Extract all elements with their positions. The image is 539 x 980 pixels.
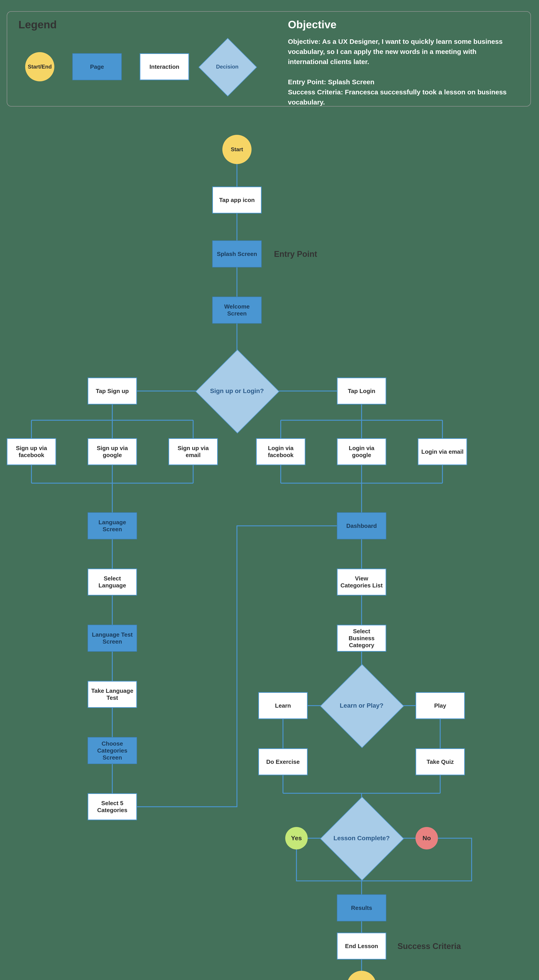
objective-line3: Success Criteria: Francesca successfully… [288,87,512,107]
lesson-complete-decision: Lesson Complete? [332,809,391,867]
language-test-screen-label: Language Test Screen [90,631,135,645]
flowchart-connectors [0,0,539,980]
signup-email: Sign up via email [168,438,218,465]
play: Play [415,692,465,719]
end-node: End [347,971,376,980]
legend-interaction-label: Interaction [149,64,179,70]
no-node: No [415,827,438,850]
take-language-test-label: Take Language Test [90,687,135,702]
language-screen: Language Screen [87,512,137,539]
login-email-label: Login via email [421,448,463,455]
objective-line2: Entry Point: Splash Screen [288,77,512,87]
legend-decision: Decision [207,46,247,87]
start-node: Start [222,135,252,164]
take-quiz: Take Quiz [415,748,465,775]
objective-line1: Objective: As a UX Designer, I want to q… [288,37,512,67]
take-quiz-label: Take Quiz [427,759,454,765]
start-label: Start [231,146,243,153]
welcome-screen: Welcome Screen [212,297,262,324]
tap-login-label: Tap Login [348,388,375,395]
login-facebook-label: Login via facebook [258,445,303,459]
take-language-test: Take Language Test [87,681,137,708]
legend-title: Legend [18,18,57,31]
success-criteria-annotation: Success Criteria [398,942,461,951]
select-language: Select Language [87,568,137,595]
tap-signup-label: Tap Sign up [96,388,129,395]
signup-email-label: Sign up via email [171,445,216,459]
splash-screen-label: Splash Screen [217,251,257,258]
yes-label: Yes [291,835,302,842]
signup-or-login-label: Sign up or Login? [208,362,266,420]
select-language-label: Select Language [90,575,135,589]
login-google: Login via google [337,438,386,465]
legend-page-label: Page [90,64,104,70]
learn-or-play-label: Learn or Play? [332,676,391,735]
no-label: No [422,835,431,842]
dashboard-label: Dashboard [346,522,377,530]
do-exercise: Do Exercise [258,748,308,775]
signup-facebook: Sign up via facebook [7,438,56,465]
legend-panel: Legend Start/End Page Interaction Decisi… [7,11,531,107]
learn-or-play-decision: Learn or Play? [332,676,391,735]
do-exercise-label: Do Exercise [266,759,300,765]
legend-start-end-label: Start/End [28,64,52,70]
results: Results [337,894,386,921]
choose-categories-screen: Choose Categories Screen [87,737,137,764]
entry-point-annotation: Entry Point [274,250,317,259]
signup-google-label: Sign up via google [90,445,135,459]
login-email: Login via email [418,438,467,465]
tap-app-icon-label: Tap app icon [219,197,255,204]
legend-start-end: Start/End [25,52,54,81]
select-business-category-label: Select Business Category [339,628,384,649]
login-google-label: Login via google [339,445,384,459]
tap-app-icon: Tap app icon [212,186,262,213]
view-categories-list: View Categories List [337,568,386,595]
welcome-screen-label: Welcome Screen [214,303,259,317]
objective-text: Objective: As a UX Designer, I want to q… [288,37,512,107]
select-business-category: Select Business Category [337,625,386,652]
dashboard: Dashboard [337,512,386,539]
objective-title: Objective [288,18,336,31]
choose-categories-screen-label: Choose Categories Screen [90,740,135,761]
splash-screen: Splash Screen [212,240,262,267]
select-5-categories: Select 5 Categories [87,793,137,820]
legend-decision-label: Decision [207,46,247,87]
lesson-complete-label: Lesson Complete? [332,809,391,867]
legend-interaction: Interaction [140,53,189,80]
signup-facebook-label: Sign up via facebook [9,445,54,459]
results-label: Results [351,905,372,912]
tap-signup: Tap Sign up [87,377,137,404]
learn-label: Learn [275,702,291,709]
signup-or-login-decision: Sign up or Login? [208,362,266,420]
language-test-screen: Language Test Screen [87,625,137,652]
end-lesson: End Lesson [337,932,386,959]
view-categories-list-label: View Categories List [339,575,384,589]
login-facebook: Login via facebook [256,438,306,465]
play-label: Play [434,702,446,709]
learn: Learn [258,692,308,719]
yes-node: Yes [285,827,308,850]
signup-google: Sign up via google [87,438,137,465]
legend-page: Page [72,53,122,80]
end-lesson-label: End Lesson [345,943,378,950]
tap-login: Tap Login [337,377,386,404]
language-screen-label: Language Screen [90,519,135,533]
select-5-categories-label: Select 5 Categories [90,800,135,814]
